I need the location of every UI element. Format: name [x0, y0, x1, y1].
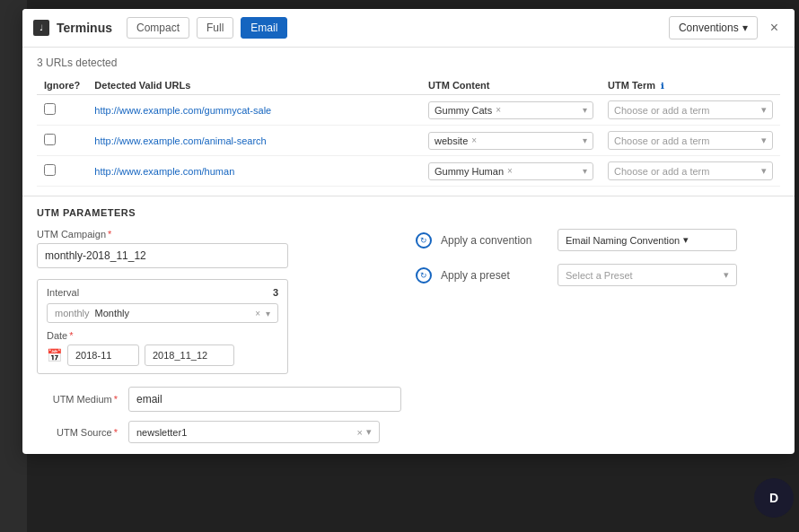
table-row: http://www.example.com/human Gummy Human… — [37, 156, 780, 187]
terminus-logo: ♩ — [33, 20, 49, 36]
left-column: UTM Campaign * Interval 3 mo — [37, 229, 401, 443]
urls-section: 3 URLs detected Ignore? Detected Valid U… — [22, 48, 795, 196]
campaign-input[interactable] — [37, 243, 288, 268]
date-section: Date * 📅 — [47, 330, 278, 366]
preset-chevron-icon: ▾ — [724, 269, 729, 281]
term-select-2[interactable]: Choose or add a term ▾ — [608, 131, 773, 150]
apply-convention-row: ↻ Apply a convention Email Naming Conven… — [416, 229, 780, 251]
modal-body: 3 URLs detected Ignore? Detected Valid U… — [22, 48, 795, 454]
utm-params-title: UTM PARAMETERS — [37, 207, 780, 218]
tag-clear-2[interactable]: × — [471, 135, 477, 145]
date-label: Date * — [47, 330, 278, 341]
preset-label: Apply a preset — [441, 269, 549, 282]
tag-clear-1[interactable]: × — [496, 105, 501, 115]
convention-value: Email Naming Convention — [566, 235, 680, 246]
conventions-button[interactable]: Conventions ▾ — [669, 16, 758, 39]
tag-clear-3[interactable]: × — [507, 166, 513, 176]
params-grid: UTM Campaign * Interval 3 mo — [37, 229, 780, 443]
convention-icon: ↻ — [416, 232, 432, 249]
conventions-label: Conventions — [679, 22, 739, 34]
preset-select[interactable]: Select a Preset ▾ — [558, 264, 737, 286]
col-ignore: Ignore? — [37, 76, 87, 95]
interval-chevron-icon[interactable]: ▾ — [266, 309, 270, 318]
date-full-input[interactable] — [145, 344, 234, 366]
logo-icon: ♩ — [40, 23, 43, 32]
term-placeholder-1: Choose or add a term — [614, 105, 709, 116]
term-chevron-3: ▾ — [761, 165, 767, 177]
campaign-field-group: UTM Campaign * — [37, 229, 401, 268]
table-row: http://www.example.com/gummycat-sale Gum… — [37, 95, 780, 126]
ignore-checkbox-3[interactable] — [44, 164, 56, 176]
medium-required: * — [114, 394, 118, 405]
medium-input[interactable] — [128, 387, 401, 412]
url-text-3: http://www.example.com/human — [94, 166, 234, 177]
term-select-3[interactable]: Choose or add a term ▾ — [608, 161, 773, 180]
interval-value: Monthly — [95, 308, 130, 318]
ignore-checkbox-1[interactable] — [44, 103, 56, 115]
tab-compact[interactable]: Compact — [127, 17, 189, 39]
medium-label-text: UTM Medium — [53, 394, 112, 405]
date-short-input[interactable] — [67, 344, 139, 366]
convention-select[interactable]: Email Naming Convention ▾ — [558, 229, 737, 251]
content-tag-input-1[interactable]: Gummy Cats × ▾ — [428, 101, 593, 119]
chat-bubble[interactable]: D — [754, 478, 794, 518]
preset-placeholder: Select a Preset — [566, 270, 633, 281]
col-term: UTM Term ℹ — [601, 76, 780, 95]
col-url: Detected Valid URLs — [87, 76, 421, 95]
urls-table: Ignore? Detected Valid URLs UTM Content … — [37, 76, 780, 187]
source-clear-icon[interactable]: × — [357, 427, 363, 438]
date-label-text: Date — [47, 330, 67, 341]
interval-box: Interval 3 monthly Monthly × ▾ — [37, 279, 288, 374]
term-chevron-2: ▾ — [761, 135, 767, 146]
interval-label: Interval — [47, 287, 79, 298]
source-label-text: UTM Source — [57, 427, 112, 438]
term-col-label: UTM Term — [608, 80, 655, 91]
tag-text-3: Gummy Human — [435, 166, 504, 177]
conventions-chevron-icon: ▾ — [742, 22, 748, 34]
source-label: UTM Source * — [37, 427, 118, 438]
source-select[interactable]: newsletter1 × ▾ — [128, 421, 380, 443]
content-chevron-2[interactable]: ▾ — [583, 135, 587, 145]
ignore-checkbox-2[interactable] — [44, 134, 56, 145]
content-tag-input-2[interactable]: website × ▾ — [428, 132, 593, 150]
source-chevron-icon[interactable]: ▾ — [366, 426, 372, 438]
campaign-label: UTM Campaign * — [37, 229, 401, 240]
info-icon: ℹ — [661, 82, 663, 91]
url-text-1: http://www.example.com/gummycat-sale — [94, 105, 271, 116]
convention-chevron-icon: ▾ — [683, 234, 689, 246]
term-select-1[interactable]: Choose or add a term ▾ — [608, 100, 773, 119]
tag-text-2: website — [435, 135, 468, 146]
content-tag-value-1: Gummy Cats — [435, 105, 492, 116]
tab-full[interactable]: Full — [197, 17, 233, 39]
interval-select[interactable]: monthly Monthly × ▾ — [47, 303, 278, 323]
date-required: * — [69, 330, 73, 341]
medium-field-group: UTM Medium * UTM Source * newslette — [37, 387, 401, 443]
calendar-icon: 📅 — [47, 348, 62, 362]
term-chevron-1: ▾ — [761, 104, 767, 116]
utm-params-section: UTM PARAMETERS UTM Campaign * Inter — [22, 196, 795, 454]
campaign-required: * — [108, 229, 111, 240]
interval-clear-icon[interactable]: × — [255, 309, 260, 318]
chat-icon: D — [769, 491, 778, 505]
source-value: newsletter1 — [136, 427, 187, 438]
urls-count: 3 URLs detected — [37, 57, 780, 69]
interval-pair: monthly Monthly — [55, 308, 129, 318]
interval-header: Interval 3 — [47, 287, 278, 298]
content-chevron-3[interactable]: ▾ — [583, 166, 587, 176]
date-row: 📅 — [47, 344, 278, 366]
url-text-2: http://www.example.com/animal-search — [94, 135, 266, 146]
modal-header: ♩ Terminus Compact Full Email Convention… — [22, 9, 795, 48]
apply-preset-row: ↻ Apply a preset Select a Preset ▾ — [416, 264, 780, 286]
main-modal: ♩ Terminus Compact Full Email Convention… — [22, 9, 795, 454]
interval-count: 3 — [273, 287, 278, 298]
col-content: UTM Content — [421, 76, 601, 95]
content-chevron-1[interactable]: ▾ — [583, 105, 587, 115]
interval-code: monthly — [55, 308, 90, 318]
content-tag-input-3[interactable]: Gummy Human × ▾ — [428, 162, 593, 180]
source-required: * — [114, 427, 118, 438]
right-column: ↻ Apply a convention Email Naming Conven… — [416, 229, 780, 443]
tab-email[interactable]: Email — [241, 17, 287, 39]
table-row: http://www.example.com/animal-search web… — [37, 126, 780, 156]
close-button[interactable]: × — [765, 18, 784, 38]
convention-label: Apply a convention — [441, 234, 549, 247]
